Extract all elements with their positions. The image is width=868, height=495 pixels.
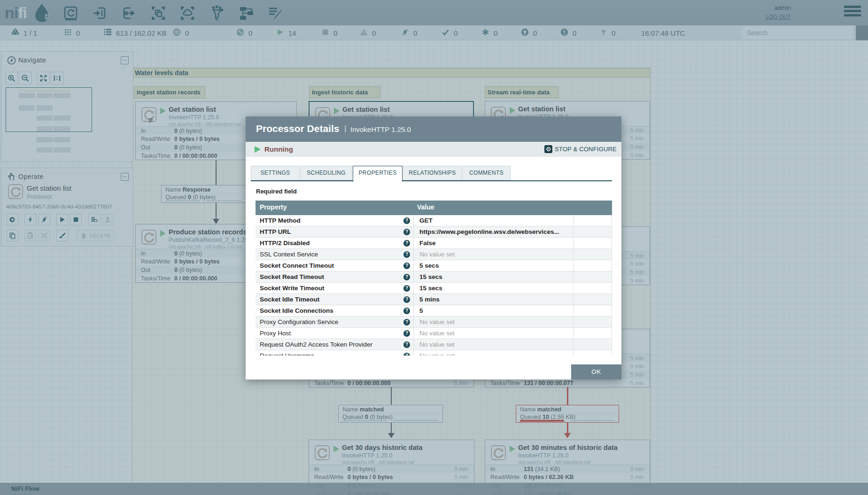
property-help-icon[interactable]: ? [403,240,410,247]
tab-properties[interactable]: PROPERTIES [353,166,403,182]
stop-and-configure-button[interactable]: ⚙ STOP & CONFIGURE [544,145,617,153]
ok-button[interactable]: OK [571,364,621,379]
column-divider [573,215,574,356]
property-help-icon[interactable]: ? [403,296,410,303]
table-row[interactable]: Request Username?No value set [256,350,612,356]
table-row[interactable]: Socket Idle Timeout?5 mins [256,294,612,305]
property-value[interactable]: 5 [419,307,423,314]
table-row[interactable]: Proxy Host?No value set [256,328,612,339]
property-value[interactable]: No value set [419,251,455,258]
property-column-header: Property [260,203,287,211]
property-value[interactable]: 15 secs [419,285,442,292]
dialog-header: Processor Details | InvokeHTTP 1.25.0 [246,116,621,142]
property-help-icon[interactable]: ? [403,229,410,235]
tab-settings[interactable]: SETTINGS [251,166,300,180]
property-help-icon[interactable]: ? [403,251,410,258]
table-row[interactable]: HTTP/2 Disabled?False [256,238,612,249]
property-help-icon[interactable]: ? [403,263,410,269]
property-value[interactable]: No value set [419,352,455,356]
property-value[interactable]: No value set [419,341,455,348]
property-name: Socket Idle Timeout [260,296,319,303]
table-row[interactable]: SSL Context Service?No value set [256,249,612,260]
tab-comments[interactable]: COMMENTS [462,166,511,180]
property-help-icon[interactable]: ? [403,341,410,348]
property-value[interactable]: 5 mins [419,296,440,303]
dialog-status-bar: Running ⚙ STOP & CONFIGURE [246,142,621,157]
table-row[interactable]: Proxy Configuration Service?No value set [256,317,612,328]
property-name: Socket Read Timeout [260,273,324,280]
table-row[interactable]: Request OAuth2 Access Token Provider?No … [256,339,612,350]
property-value[interactable]: No value set [419,318,455,325]
column-divider [413,215,414,356]
dialog-title: Processor Details [256,123,339,134]
running-play-icon [255,146,261,153]
property-help-icon[interactable]: ? [403,353,410,356]
tab-relationships[interactable]: RELATIONSHIPS [403,166,462,180]
property-value[interactable]: 15 secs [419,273,442,280]
table-body[interactable]: HTTP Method?GET HTTP URL?https://www.peg… [256,215,612,356]
property-value[interactable]: False [419,240,436,247]
property-value[interactable]: https://www.pegelonline.wsv.de/webservic… [419,228,559,235]
property-name: HTTP URL [260,228,291,235]
property-help-icon[interactable]: ? [403,308,410,314]
property-name: Request OAuth2 Access Token Provider [260,341,372,348]
dialog-subtitle: InvokeHTTP 1.25.0 [350,125,411,133]
table-row[interactable]: Socket Idle Connections?5 [256,305,612,317]
tab-underline [251,180,612,181]
property-name: Socket Idle Connections [260,307,333,314]
property-name: SSL Context Service [260,251,318,258]
table-row[interactable]: Socket Read Timeout?15 secs [256,271,612,283]
run-status-text: Running [264,145,293,153]
property-name: HTTP/2 Disabled [260,240,310,247]
property-value[interactable]: No value set [419,330,455,337]
dialog-title-separator: | [344,124,346,133]
property-name: Proxy Configuration Service [260,318,338,325]
property-name: Proxy Host [260,330,291,337]
property-help-icon[interactable]: ? [403,274,410,280]
property-value[interactable]: 5 secs [419,262,439,269]
tab-scheduling[interactable]: SCHEDULING [300,166,352,180]
column-divider [612,215,612,356]
required-field-label: Required field [256,188,297,195]
stop-configure-gear-icon: ⚙ [544,145,552,153]
property-help-icon[interactable]: ? [403,330,410,337]
table-header-row: Property Value [256,201,612,215]
property-name: HTTP Method [260,217,301,224]
property-value[interactable]: GET [419,217,433,224]
value-column-header: Value [417,203,434,211]
table-row[interactable]: HTTP URL?https://www.pegelonline.wsv.de/… [256,226,612,238]
property-help-icon[interactable]: ? [403,285,410,292]
property-name: Request Username [260,352,314,356]
table-row[interactable]: HTTP Method?GET [256,215,612,226]
nifi-application: nifi admin LOG OUT 1 / 1 0 613 / 162.02 … [0,0,868,495]
property-help-icon[interactable]: ? [403,319,410,325]
processor-details-dialog: Processor Details | InvokeHTTP 1.25.0 Ru… [246,116,621,379]
property-name: Socket Connect Timeout [260,262,334,269]
table-row[interactable]: Socket Connect Timeout?5 secs [256,260,612,271]
table-row[interactable]: Socket Write Timeout?15 secs [256,283,612,294]
property-name: Socket Write Timeout [260,285,325,292]
property-help-icon[interactable]: ? [403,217,410,224]
